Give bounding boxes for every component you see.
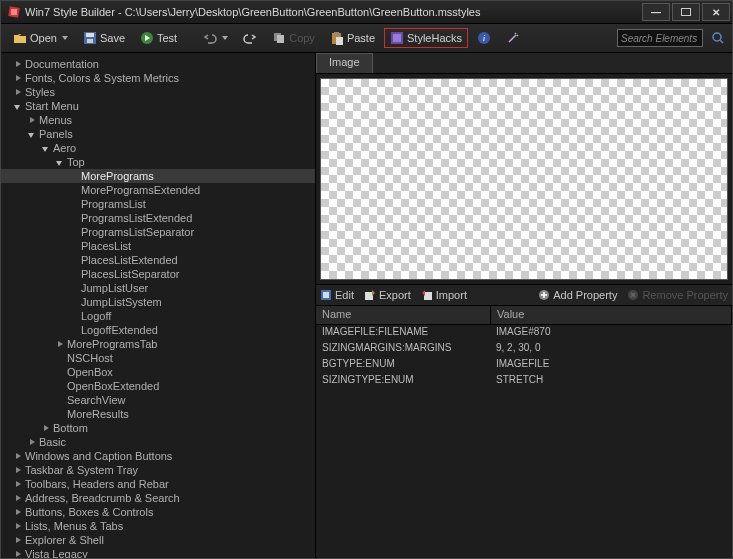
tree-node[interactable]: Address, Breadcrumb & Search	[1, 491, 315, 505]
tree-label: Bottom	[53, 422, 88, 434]
tree-node[interactable]: Start Menu	[1, 99, 315, 113]
export-label: Export	[379, 289, 411, 301]
expander-icon[interactable]	[13, 535, 23, 545]
tree-node[interactable]: PlacesListExtended	[1, 253, 315, 267]
tree-node[interactable]: ProgramsListSeparator	[1, 225, 315, 239]
property-row[interactable]: SIZINGTYPE:ENUMSTRETCH	[316, 373, 732, 389]
expander-icon[interactable]	[27, 115, 37, 125]
tree-node[interactable]: NSCHost	[1, 351, 315, 365]
open-button[interactable]: Open	[7, 28, 74, 48]
tree-node[interactable]: Panels	[1, 127, 315, 141]
search-button[interactable]	[710, 30, 726, 46]
tree-node[interactable]: Styles	[1, 85, 315, 99]
expander-spacer	[55, 381, 65, 391]
property-row[interactable]: BGTYPE:ENUMIMAGEFILE	[316, 357, 732, 373]
expander-icon[interactable]	[13, 479, 23, 489]
tree-label: Styles	[25, 86, 55, 98]
paste-label: Paste	[347, 32, 375, 44]
tree-node[interactable]: JumpListSystem	[1, 295, 315, 309]
expander-icon[interactable]	[13, 465, 23, 475]
property-row[interactable]: SIZINGMARGINS:MARGINS9, 2, 30, 0	[316, 341, 732, 357]
tree-node[interactable]: Bottom	[1, 421, 315, 435]
tree-node[interactable]: Toolbars, Headers and Rebar	[1, 477, 315, 491]
expander-icon[interactable]	[55, 157, 65, 167]
remove-label: Remove Property	[642, 289, 728, 301]
tree-node[interactable]: Fonts, Colors & System Metrics	[1, 71, 315, 85]
stylehacks-button[interactable]: StyleHacks	[384, 28, 468, 48]
expander-icon[interactable]	[41, 143, 51, 153]
export-button[interactable]: Export	[364, 289, 411, 301]
tree-node[interactable]: JumpListUser	[1, 281, 315, 295]
tree-node[interactable]: LogoffExtended	[1, 323, 315, 337]
copy-button[interactable]: Copy	[266, 28, 321, 48]
tree-node[interactable]: Aero	[1, 141, 315, 155]
expander-icon[interactable]	[13, 521, 23, 531]
svg-rect-3	[86, 33, 94, 37]
redo-button[interactable]	[237, 28, 263, 48]
tree-label: Logoff	[81, 310, 111, 322]
tree-node[interactable]: OpenBox	[1, 365, 315, 379]
tree-node[interactable]: MoreProgramsTab	[1, 337, 315, 351]
tree-node[interactable]: SearchView	[1, 393, 315, 407]
property-row[interactable]: IMAGEFILE:FILENAMEIMAGE#870	[316, 325, 732, 341]
test-button[interactable]: Test	[134, 28, 183, 48]
save-button[interactable]: Save	[77, 28, 131, 48]
tree-label: PlacesListSeparator	[81, 268, 179, 280]
tree-node[interactable]: PlacesList	[1, 239, 315, 253]
tree-node[interactable]: MoreResults	[1, 407, 315, 421]
expander-icon[interactable]	[41, 423, 51, 433]
close-button[interactable]: ✕	[702, 3, 730, 21]
search-input[interactable]: Search Elements	[617, 29, 703, 47]
app-icon	[7, 5, 21, 19]
tree-node[interactable]: Documentation	[1, 57, 315, 71]
tab-image[interactable]: Image	[316, 53, 373, 73]
expander-icon[interactable]	[13, 507, 23, 517]
expander-icon[interactable]	[55, 339, 65, 349]
tree-node[interactable]: Basic	[1, 435, 315, 449]
info-button[interactable]: i	[471, 28, 497, 48]
tree-node[interactable]: Menus	[1, 113, 315, 127]
edit-button[interactable]: Edit	[320, 289, 354, 301]
wand-button[interactable]	[500, 28, 526, 48]
tree-node[interactable]: ProgramsListExtended	[1, 211, 315, 225]
image-preview[interactable]	[320, 78, 728, 280]
expander-icon[interactable]	[13, 101, 23, 111]
expander-icon[interactable]	[13, 87, 23, 97]
titlebar[interactable]: Win7 Style Builder - C:\Users\Jerry\Desk…	[1, 1, 732, 24]
tree-node[interactable]: MorePrograms	[1, 169, 315, 183]
tree-node[interactable]: Lists, Menus & Tabs	[1, 519, 315, 533]
tree-node[interactable]: Windows and Caption Buttons	[1, 449, 315, 463]
paste-button[interactable]: Paste	[324, 28, 381, 48]
tree-node[interactable]: Vista Legacy	[1, 547, 315, 558]
expander-icon[interactable]	[13, 73, 23, 83]
tree-label: PlacesList	[81, 240, 131, 252]
tree-node[interactable]: Logoff	[1, 309, 315, 323]
nav-tree[interactable]: DocumentationFonts, Colors & System Metr…	[1, 53, 316, 558]
expander-icon[interactable]	[13, 451, 23, 461]
add-property-button[interactable]: Add Property	[538, 289, 617, 301]
expander-icon[interactable]	[13, 493, 23, 503]
import-label: Import	[436, 289, 467, 301]
wand-icon	[506, 31, 520, 45]
tree-node[interactable]: PlacesListSeparator	[1, 267, 315, 281]
col-value[interactable]: Value	[491, 306, 732, 324]
tree-node[interactable]: ProgramsList	[1, 197, 315, 211]
expander-icon[interactable]	[13, 549, 23, 558]
maximize-button[interactable]	[672, 3, 700, 21]
tree-node[interactable]: Taskbar & System Tray	[1, 463, 315, 477]
tree-node[interactable]: Buttons, Boxes & Controls	[1, 505, 315, 519]
info-icon: i	[477, 31, 491, 45]
expander-icon[interactable]	[27, 437, 37, 447]
tree-node[interactable]: OpenBoxExtended	[1, 379, 315, 393]
minimize-button[interactable]: —	[642, 3, 670, 21]
tree-node[interactable]: Explorer & Shell	[1, 533, 315, 547]
undo-button[interactable]	[197, 28, 234, 48]
expander-icon[interactable]	[27, 129, 37, 139]
tree-label: MorePrograms	[81, 170, 154, 182]
tree-node[interactable]: MoreProgramsExtended	[1, 183, 315, 197]
tree-label: NSCHost	[67, 352, 113, 364]
col-name[interactable]: Name	[316, 306, 491, 324]
expander-icon[interactable]	[13, 59, 23, 69]
tree-node[interactable]: Top	[1, 155, 315, 169]
import-button[interactable]: Import	[421, 289, 467, 301]
